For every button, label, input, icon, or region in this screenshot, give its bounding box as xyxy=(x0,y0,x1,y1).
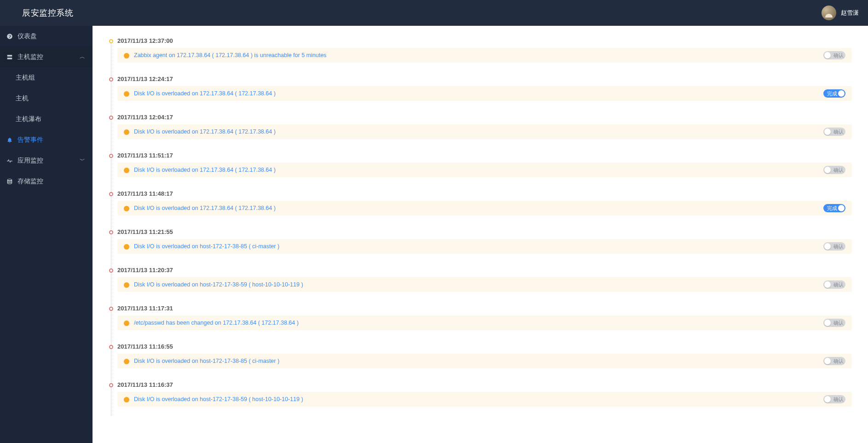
sidebar: 仪表盘 主机监控 ︿ 主机组 主机 主机瀑布 告警事件 xyxy=(0,26,93,443)
toggle-knob xyxy=(824,128,831,135)
timeline-dot-icon xyxy=(109,230,113,234)
chevron-up-icon: ︿ xyxy=(80,53,85,61)
event-timestamp: 2017/11/13 11:17:31 xyxy=(117,305,852,312)
toggle-label: 确认 xyxy=(833,243,844,250)
event-timestamp: 2017/11/13 12:04:17 xyxy=(117,114,852,121)
sidebar-item-label: 存储监控 xyxy=(17,177,43,186)
warning-icon xyxy=(124,244,129,250)
sidebar-item-host-group[interactable]: 主机组 xyxy=(0,67,93,88)
confirm-toggle[interactable]: 确认 xyxy=(823,280,845,289)
dashboard-icon xyxy=(6,33,13,40)
server-icon xyxy=(6,54,13,60)
timeline-dot-icon xyxy=(109,192,113,196)
event-message[interactable]: Zabbix agent on 172.17.38.64 ( 172.17.38… xyxy=(134,52,819,58)
confirm-toggle[interactable]: 确认 xyxy=(823,166,845,174)
logo-text: 辰安监控系统 xyxy=(22,7,73,18)
database-icon xyxy=(6,178,13,185)
toggle-label: 确认 xyxy=(833,52,844,59)
event-message[interactable]: Disk I/O is overloaded on host-172-17-38… xyxy=(134,243,819,250)
timeline-item: 2017/11/13 12:24:17Disk I/O is overloade… xyxy=(117,76,852,101)
toggle-knob xyxy=(824,320,831,326)
sidebar-item-dashboard[interactable]: 仪表盘 xyxy=(0,26,93,47)
heartbeat-icon xyxy=(6,157,13,164)
confirm-toggle[interactable]: 完成 xyxy=(823,204,845,212)
event-message[interactable]: Disk I/O is overloaded on host-172-17-38… xyxy=(134,358,819,364)
sidebar-item-label: 仪表盘 xyxy=(17,32,37,41)
toggle-knob xyxy=(824,52,831,58)
event-card: Disk I/O is overloaded on host-172-17-38… xyxy=(117,239,852,254)
toggle-label: 确认 xyxy=(833,128,844,135)
event-card: Disk I/O is overloaded on host-172-17-38… xyxy=(117,277,852,292)
toggle-label: 完成 xyxy=(827,205,837,212)
event-timestamp: 2017/11/13 11:16:55 xyxy=(117,343,852,350)
event-card: Disk I/O is overloaded on host-172-17-38… xyxy=(117,392,852,407)
event-message[interactable]: Disk I/O is overloaded on 172.17.38.64 (… xyxy=(134,128,819,135)
warning-icon xyxy=(124,53,129,58)
event-message[interactable]: /etc/passwd has been changed on 172.17.3… xyxy=(134,320,819,326)
sidebar-item-storage-monitor[interactable]: 存储监控 xyxy=(0,171,93,192)
sidebar-item-label: 主机瀑布 xyxy=(16,115,41,123)
event-card: Disk I/O is overloaded on 172.17.38.64 (… xyxy=(117,201,852,216)
event-card: Disk I/O is overloaded on 172.17.38.64 (… xyxy=(117,124,852,139)
timeline-dot-icon xyxy=(109,39,113,43)
timeline-item: 2017/11/13 11:20:37Disk I/O is overloade… xyxy=(117,267,852,292)
timeline-item: 2017/11/13 11:16:55Disk I/O is overloade… xyxy=(117,343,852,368)
confirm-toggle[interactable]: 确认 xyxy=(823,128,845,136)
timeline-item: 2017/11/13 11:17:31/etc/passwd has been … xyxy=(117,305,852,330)
top-header: 辰安监控系统 赵雪潇 xyxy=(0,0,868,26)
toggle-label: 确认 xyxy=(833,167,844,174)
sidebar-item-host[interactable]: 主机 xyxy=(0,88,93,109)
event-card: Disk I/O is overloaded on 172.17.38.64 (… xyxy=(117,163,852,177)
sidebar-item-label: 应用监控 xyxy=(17,157,43,165)
timeline-dot-icon xyxy=(109,154,113,158)
event-message[interactable]: Disk I/O is overloaded on host-172-17-38… xyxy=(134,396,819,402)
timeline-item: 2017/11/13 11:48:17Disk I/O is overloade… xyxy=(117,190,852,216)
timeline-dot-icon xyxy=(109,345,113,349)
toggle-knob xyxy=(824,396,831,402)
main-content: 2017/11/13 12:37:00Zabbix agent on 172.1… xyxy=(93,26,868,443)
sidebar-item-host-monitor[interactable]: 主机监控 ︿ xyxy=(0,47,93,67)
event-card: /etc/passwd has been changed on 172.17.3… xyxy=(117,315,852,330)
user-area[interactable]: 赵雪潇 xyxy=(822,6,859,20)
confirm-toggle[interactable]: 完成 xyxy=(823,89,845,98)
confirm-toggle[interactable]: 确认 xyxy=(823,51,845,59)
sidebar-item-label: 主机组 xyxy=(16,74,35,82)
sidebar-item-label: 主机监控 xyxy=(17,53,43,61)
event-message[interactable]: Disk I/O is overloaded on 172.17.38.64 (… xyxy=(134,205,819,211)
sidebar-item-host-waterfall[interactable]: 主机瀑布 xyxy=(0,109,93,129)
event-timestamp: 2017/11/13 11:48:17 xyxy=(117,190,852,197)
confirm-toggle[interactable]: 确认 xyxy=(823,395,845,403)
timeline-dot-icon xyxy=(109,116,113,120)
event-timestamp: 2017/11/13 11:51:17 xyxy=(117,152,852,159)
timeline-dot-icon xyxy=(109,77,113,82)
toggle-label: 完成 xyxy=(827,90,837,97)
event-message[interactable]: Disk I/O is overloaded on 172.17.38.64 (… xyxy=(134,90,819,97)
timeline-item: 2017/11/13 12:37:00Zabbix agent on 172.1… xyxy=(117,37,852,63)
warning-icon xyxy=(124,206,129,211)
toggle-knob xyxy=(824,243,831,250)
toggle-label: 确认 xyxy=(833,396,844,403)
event-timestamp: 2017/11/13 11:20:37 xyxy=(117,267,852,274)
alarm-timeline: 2017/11/13 12:37:00Zabbix agent on 172.1… xyxy=(106,37,852,407)
confirm-toggle[interactable]: 确认 xyxy=(823,357,845,365)
toggle-knob xyxy=(824,358,831,364)
timeline-dot-icon xyxy=(109,268,113,273)
avatar[interactable] xyxy=(822,6,836,20)
timeline-item: 2017/11/13 11:16:37Disk I/O is overloade… xyxy=(117,381,852,407)
sidebar-item-alarm-events[interactable]: 告警事件 xyxy=(0,129,93,150)
sidebar-item-app-monitor[interactable]: 应用监控 ﹀ xyxy=(0,150,93,171)
warning-icon xyxy=(124,321,129,326)
toggle-label: 确认 xyxy=(833,281,844,288)
confirm-toggle[interactable]: 确认 xyxy=(823,242,845,251)
event-timestamp: 2017/11/13 11:16:37 xyxy=(117,381,852,388)
sidebar-item-label: 告警事件 xyxy=(17,136,43,144)
event-message[interactable]: Disk I/O is overloaded on 172.17.38.64 (… xyxy=(134,167,819,173)
chevron-down-icon: ﹀ xyxy=(80,157,85,164)
username: 赵雪潇 xyxy=(841,9,859,17)
warning-icon xyxy=(124,282,129,288)
confirm-toggle[interactable]: 确认 xyxy=(823,319,845,327)
event-timestamp: 2017/11/13 11:21:55 xyxy=(117,228,852,235)
timeline-dot-icon xyxy=(109,307,113,311)
event-message[interactable]: Disk I/O is overloaded on host-172-17-38… xyxy=(134,281,819,288)
event-card: Zabbix agent on 172.17.38.64 ( 172.17.38… xyxy=(117,48,852,63)
